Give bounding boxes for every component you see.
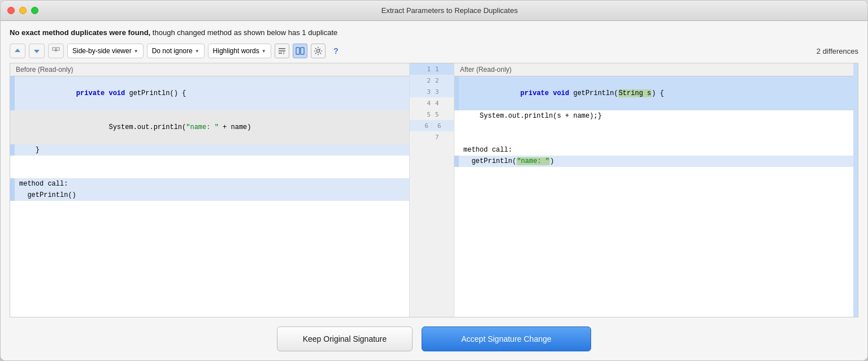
after-line-4 bbox=[454, 133, 853, 144]
message-rest: though changed method as shown below has… bbox=[153, 28, 337, 37]
window-title: Extract Parameters to Replace Duplicates bbox=[38, 6, 861, 15]
before-line-2-code: System.out.println("name: " + name) bbox=[15, 110, 409, 144]
footer: Keep Original Signature Accept Signature… bbox=[1, 317, 867, 360]
before-line-7-code: getPrintln() bbox=[15, 190, 409, 201]
keyword-private: private bbox=[76, 89, 109, 97]
apply-button[interactable] bbox=[48, 44, 64, 58]
accept-change-button[interactable]: Accept Signature Change bbox=[422, 326, 591, 351]
before-line-1: private void getPrintln() { bbox=[10, 76, 409, 110]
maximize-button[interactable] bbox=[31, 7, 38, 14]
before-line-5 bbox=[10, 167, 409, 178]
align-button[interactable] bbox=[275, 44, 289, 58]
keep-original-button[interactable]: Keep Original Signature bbox=[277, 326, 413, 351]
after-line-1: private void getPrintln(String s) { bbox=[454, 76, 853, 110]
svg-rect-6 bbox=[301, 48, 304, 54]
before-line-2-text: System.out.println("name: " + name) bbox=[76, 123, 251, 131]
highlight-label: Highlight words bbox=[213, 47, 259, 55]
diff-count: 2 differences bbox=[817, 47, 858, 55]
mid-after-2: 2 bbox=[433, 77, 449, 84]
before-line-2-gutter bbox=[10, 110, 15, 144]
before-line-5-gutter bbox=[10, 167, 15, 178]
mid-after-6: 6 bbox=[435, 122, 451, 130]
before-line-3: } bbox=[10, 144, 409, 156]
minimize-button[interactable] bbox=[19, 7, 27, 14]
settings-button[interactable] bbox=[311, 44, 326, 58]
after-line-7 bbox=[454, 167, 853, 178]
after-line-1-code: private void getPrintln(String s) { bbox=[459, 76, 853, 110]
highlight-dropdown[interactable]: Highlight words ▼ bbox=[208, 44, 271, 58]
title-bar: Extract Parameters to Replace Duplicates bbox=[1, 1, 867, 21]
after-line-3 bbox=[454, 122, 853, 133]
ignore-dropdown[interactable]: Do not ignore ▼ bbox=[147, 44, 205, 58]
after-line-6-gutter bbox=[454, 156, 459, 167]
mid-after-3: 3 bbox=[433, 88, 449, 96]
after-line-5: method call: bbox=[454, 144, 853, 156]
after-keyword-void: void bbox=[553, 89, 573, 97]
before-line-7: getPrintln() bbox=[10, 190, 409, 201]
traffic-lights bbox=[7, 7, 38, 14]
after-line-6: getPrintln("name: ") bbox=[454, 156, 853, 167]
before-line-5-code bbox=[15, 167, 409, 178]
content-area: No exact method duplicates were found, t… bbox=[1, 21, 867, 317]
after-line-2: System.out.println(s + name);} bbox=[454, 110, 853, 122]
mid-before-5: 5 bbox=[415, 111, 431, 118]
before-line-6-gutter bbox=[10, 178, 15, 190]
ignore-chevron-icon: ▼ bbox=[195, 49, 199, 54]
before-line-3-gutter bbox=[10, 144, 15, 156]
highlight-chevron-icon: ▼ bbox=[262, 49, 266, 54]
svg-rect-5 bbox=[296, 48, 300, 54]
after-method-sig: getPrintln(String s) { bbox=[573, 89, 663, 97]
before-line-4-code bbox=[15, 156, 409, 167]
mid-before-2: 2 bbox=[415, 77, 431, 84]
before-line-6-code: method call: bbox=[15, 178, 409, 190]
split-view-button[interactable] bbox=[293, 44, 307, 58]
after-keyword-private: private bbox=[520, 89, 553, 97]
after-pane: After (Read-only) private void getPrintl… bbox=[454, 63, 853, 317]
after-pane-header: After (Read-only) bbox=[454, 63, 853, 76]
diff-pane: Before (Read-only) private void getPrint… bbox=[10, 63, 858, 317]
before-pane-content[interactable]: private void getPrintln() { System.out.p… bbox=[10, 76, 409, 317]
svg-rect-1 bbox=[57, 48, 59, 50]
after-pane-content[interactable]: private void getPrintln(String s) { Syst… bbox=[454, 76, 853, 317]
toolbar: Side-by-side viewer ▼ Do not ignore ▼ Hi… bbox=[10, 44, 858, 58]
main-window: Extract Parameters to Replace Duplicates… bbox=[0, 0, 868, 361]
after-line-2-gutter bbox=[454, 110, 459, 122]
mid-before-1: 1 bbox=[415, 66, 431, 73]
mid-after-4: 4 bbox=[433, 100, 449, 107]
mid-after-7: 7 bbox=[433, 134, 449, 141]
viewer-dropdown[interactable]: Side-by-side viewer ▼ bbox=[67, 44, 144, 58]
before-line-1-gutter bbox=[10, 76, 15, 110]
before-line-4 bbox=[10, 156, 409, 167]
before-line-4-gutter bbox=[10, 156, 15, 167]
before-pane: Before (Read-only) private void getPrint… bbox=[10, 63, 409, 317]
ignore-label: Do not ignore bbox=[152, 47, 193, 55]
before-line-7-gutter bbox=[10, 190, 15, 201]
before-method-name: getPrintln() { bbox=[129, 89, 186, 97]
keyword-void: void bbox=[108, 89, 129, 97]
mid-before-3: 3 bbox=[415, 88, 431, 96]
help-button[interactable]: ? bbox=[329, 44, 344, 58]
mid-after-5: 5 bbox=[433, 111, 449, 118]
viewer-chevron-icon: ▼ bbox=[134, 49, 138, 54]
mid-before-4: 4 bbox=[415, 100, 431, 107]
message-bar: No exact method duplicates were found, t… bbox=[10, 28, 858, 38]
before-line-2: System.out.println("name: " + name) bbox=[10, 110, 409, 144]
before-line-1-code: private void getPrintln() { bbox=[15, 76, 409, 110]
mid-before-6: 6 bbox=[413, 122, 428, 130]
after-line-8 bbox=[454, 178, 853, 190]
down-button[interactable] bbox=[29, 44, 45, 58]
before-line-3-code: } bbox=[15, 144, 409, 156]
right-scroll-indicator bbox=[853, 63, 858, 317]
up-button[interactable] bbox=[10, 44, 25, 58]
mid-after-1: 1 bbox=[433, 66, 449, 73]
close-button[interactable] bbox=[7, 7, 15, 14]
message-bold: No exact method duplicates were found, bbox=[10, 28, 150, 37]
after-line-2-code: System.out.println(s + name);} bbox=[459, 110, 853, 122]
middle-gutter: 1 1 2 2 3 3 4 4 bbox=[409, 63, 454, 317]
after-line-6-code: getPrintln("name: ") bbox=[459, 156, 853, 167]
viewer-label: Side-by-side viewer bbox=[72, 47, 132, 55]
svg-rect-0 bbox=[53, 48, 55, 50]
before-line-6: method call: bbox=[10, 178, 409, 190]
before-pane-header: Before (Read-only) bbox=[10, 63, 409, 76]
before-line-8 bbox=[10, 201, 409, 212]
